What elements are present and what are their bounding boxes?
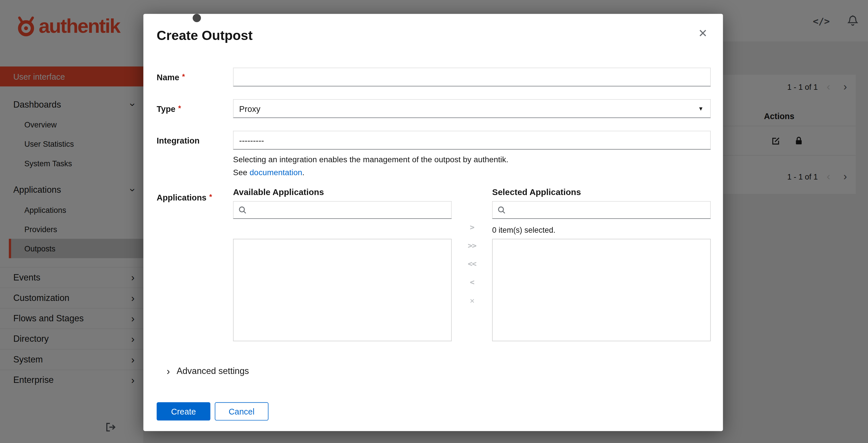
modal-footer: Create Cancel	[157, 402, 711, 420]
search-icon	[498, 206, 505, 214]
available-applications-list[interactable]	[233, 239, 452, 341]
modal-close-button[interactable]: ✕	[696, 26, 710, 40]
integration-help: Selecting an integration enables the man…	[233, 154, 711, 179]
type-label-text: Type	[157, 104, 175, 114]
create-outpost-form: Name* Type* Proxy ▾ I	[157, 68, 711, 420]
transfer-add-all-button[interactable]: >>	[468, 242, 476, 249]
cancel-button[interactable]: Cancel	[215, 402, 268, 420]
caret-down-icon: ▾	[699, 105, 703, 113]
avatar	[192, 14, 201, 22]
integration-help-line2: See documentation.	[233, 166, 711, 179]
transfer-controls: > >> << < ✕	[452, 188, 492, 342]
applications-dual-list: Available Applications > >>	[233, 188, 711, 342]
integration-label-text: Integration	[157, 136, 199, 145]
transfer-add-button[interactable]: >	[470, 223, 474, 231]
integration-select-value: ---------	[239, 136, 264, 145]
applications-row: Applications* Available Applications	[157, 188, 711, 342]
create-button[interactable]: Create	[157, 402, 210, 420]
required-marker: *	[209, 193, 212, 201]
integration-row: Integration --------- Selecting an integ…	[157, 131, 711, 179]
name-row: Name*	[157, 68, 711, 86]
applications-label: Applications*	[157, 188, 233, 342]
name-label: Name*	[157, 68, 233, 86]
required-marker: *	[182, 72, 185, 81]
type-select[interactable]: Proxy ▾	[233, 99, 711, 118]
type-label: Type*	[157, 99, 233, 118]
available-search	[233, 201, 452, 219]
required-marker: *	[178, 104, 181, 113]
period-text: .	[302, 168, 305, 177]
search-icon	[239, 206, 246, 214]
integration-select[interactable]: ---------	[233, 131, 711, 150]
integration-label: Integration	[157, 131, 233, 179]
screen: authentik User interface Dashboards › Ov…	[0, 0, 868, 443]
selected-search-input[interactable]	[509, 205, 705, 215]
name-label-text: Name	[157, 72, 179, 82]
selected-search	[492, 201, 711, 219]
advanced-settings-label: Advanced settings	[177, 366, 249, 376]
advanced-settings-toggle[interactable]: › Advanced settings	[157, 366, 711, 376]
selected-applications-list[interactable]	[492, 239, 711, 341]
type-row: Type* Proxy ▾	[157, 99, 711, 118]
selected-applications-title: Selected Applications	[492, 188, 711, 196]
transfer-remove-button[interactable]: <	[470, 278, 474, 286]
available-applications-column: Available Applications	[233, 188, 452, 342]
selected-applications-column: Selected Applications 0 item(s) selected…	[492, 188, 711, 342]
create-outpost-modal: ✕ Create Outpost Name* Type* Proxy	[144, 14, 723, 431]
close-icon: ✕	[698, 27, 707, 39]
selected-count: 0 item(s) selected.	[492, 226, 711, 234]
transfer-clear-button[interactable]: ✕	[470, 296, 474, 304]
transfer-remove-all-button[interactable]: <<	[468, 260, 476, 268]
see-text: See	[233, 168, 247, 177]
name-input[interactable]	[233, 68, 711, 86]
chevron-right-icon: ›	[167, 367, 170, 375]
available-applications-title: Available Applications	[233, 188, 452, 196]
integration-help-line1: Selecting an integration enables the man…	[233, 154, 711, 166]
type-select-value: Proxy	[239, 104, 260, 113]
documentation-link[interactable]: documentation	[249, 168, 302, 177]
modal-title: Create Outpost	[157, 28, 723, 43]
applications-label-text: Applications	[157, 193, 206, 202]
available-search-input[interactable]	[250, 205, 446, 215]
